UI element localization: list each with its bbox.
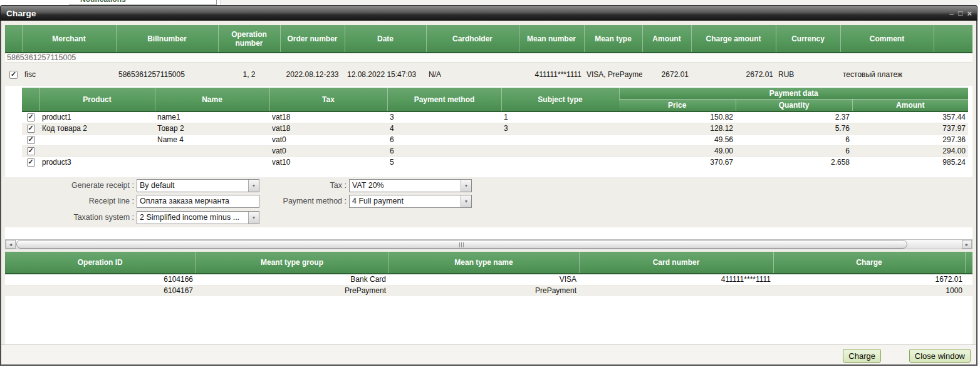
col-header-mean-type: Mean type (584, 25, 642, 53)
taxation-system-select[interactable]: 2 Simplified income minus ... ▼ (137, 211, 259, 224)
scrollbar-grip (459, 242, 465, 247)
operations-panel: Operation ID Meant type group Mean type … (5, 252, 972, 344)
cell-price: 49.56 (619, 134, 736, 145)
cell-mean-type-name: PrePayment (388, 285, 579, 296)
check-icon: ✓ (28, 125, 33, 132)
tax-label: Tax : (212, 179, 347, 192)
payment-method-value: 4 Full payment (350, 195, 461, 207)
cell-price: 150.82 (619, 111, 736, 123)
cell-operation-number: 1, 2 (218, 63, 280, 86)
product-checkbox[interactable]: ✓ (27, 125, 35, 133)
product-row[interactable]: ✓ Name 4 vat0 6 49.56 6 297.36 (22, 134, 968, 145)
charge-main-table: Merchant Billnumber Operation number Ord… (5, 25, 972, 86)
cell-product (39, 145, 155, 157)
product-row[interactable]: ✓ product3 vat10 5 370.67 2.658 985.24 (22, 157, 968, 168)
payment-method-select[interactable]: 4 Full payment ▼ (349, 195, 472, 208)
background-page: Notifications (0, 0, 980, 5)
detail-panel: Product Name Tax Payment method Subject … (5, 86, 972, 239)
col-header-product: Product (39, 88, 155, 111)
notifications-tab[interactable]: Notifications (80, 0, 126, 4)
chevron-down-icon[interactable]: ▼ (461, 180, 471, 192)
operation-row[interactable]: 6104167 PrePayment PrePayment 1000 (5, 285, 972, 296)
main-table-header-row: Merchant Billnumber Operation number Ord… (5, 25, 972, 53)
chevron-down-icon[interactable]: ▼ (461, 195, 471, 207)
chevron-down-icon[interactable]: ▼ (248, 212, 259, 224)
horizontal-scrollbar[interactable]: ◄ ► (5, 239, 972, 249)
col-header-select (5, 25, 22, 53)
col-header-mean-type-group: Meant type group (195, 252, 388, 274)
close-icon[interactable]: × (967, 9, 972, 18)
operation-row[interactable]: 6104166 Bank Card VISA 411111****1111 16… (5, 274, 972, 285)
cell-comment: тестовый платеж (840, 63, 934, 86)
col-header-payment-method: Payment method (387, 88, 501, 111)
cell-amount: 2672.01 (642, 63, 691, 86)
cell-subject-type (501, 134, 619, 145)
scroll-left-icon[interactable]: ◄ (6, 240, 16, 249)
cell-product (39, 134, 155, 145)
cell-charge-amount: 2672.01 (691, 63, 776, 86)
scroll-right-icon[interactable]: ► (962, 240, 972, 249)
cell-quantity: 6 (736, 145, 852, 157)
dialog-titlebar[interactable]: Charge – □ × (0, 5, 977, 21)
cell-tax: vat10 (269, 157, 387, 168)
col-header-quantity: Quantity (736, 100, 852, 112)
cell-subject-type: 1 (501, 111, 619, 123)
cell-payment-method: 3 (387, 111, 501, 123)
maximize-icon[interactable]: □ (958, 9, 962, 18)
background-divider (216, 0, 217, 5)
product-row[interactable]: ✓ product1 name1 vat18 3 1 150.82 2.37 3… (22, 111, 968, 123)
cell-price: 128.12 (619, 123, 736, 134)
cell-name: Товар 2 (155, 123, 269, 134)
product-checkbox[interactable]: ✓ (27, 113, 35, 121)
cell-currency: RUB (776, 63, 840, 86)
tax-select[interactable]: VAT 20% ▼ (349, 179, 472, 192)
product-checkbox[interactable]: ✓ (27, 136, 35, 144)
product-checkbox[interactable]: ✓ (27, 147, 35, 155)
check-icon: ✓ (28, 158, 33, 165)
col-header-empty (934, 25, 972, 53)
cell-quantity: 6 (736, 134, 852, 145)
cell-payment-method: 6 (387, 145, 501, 157)
receipt-form: Generate receipt : By default ▼ Tax : VA… (5, 177, 972, 227)
charge-row[interactable]: ✓ fisc 5865361257115005 1, 2 2022.08.12-… (5, 63, 972, 86)
cell-date: 12.08.2022 15:47:03 (345, 63, 426, 86)
scrollbar-thumb[interactable] (16, 240, 907, 249)
charge-dialog: Charge – □ × Merchant (0, 5, 977, 366)
cell-mean-type-group: Bank Card (195, 274, 388, 285)
cell-amount: 357.44 (852, 111, 968, 123)
cell-amount: 297.36 (852, 134, 968, 145)
cell-tax: vat18 (269, 111, 387, 123)
col-header-tax: Tax (269, 88, 387, 111)
col-header-amount2: Amount (852, 100, 968, 112)
cell-payment-method: 6 (387, 134, 501, 145)
cell-product: product3 (39, 157, 155, 168)
charge-row-checkbox[interactable]: ✓ (9, 71, 18, 79)
cell-quantity: 5.76 (736, 123, 852, 134)
close-window-button[interactable]: Close window (909, 349, 971, 363)
products-header-row-1: Product Name Tax Payment method Subject … (22, 88, 968, 100)
col-header-payment-data: Payment data (619, 88, 968, 100)
operations-table: Operation ID Meant type group Mean type … (5, 252, 972, 296)
cell-product: Код товара 2 (39, 123, 155, 134)
dialog-body: Merchant Billnumber Operation number Ord… (0, 21, 977, 366)
col-header-order-number: Order number (280, 25, 345, 53)
cell-payment-method: 5 (387, 157, 501, 168)
cell-merchant: fisc (22, 63, 116, 86)
col-header-cardholder: Cardholder (426, 25, 519, 53)
bill-group-row[interactable]: 5865361257115005 (5, 53, 972, 63)
check-icon: ✓ (28, 136, 33, 143)
product-checkbox[interactable]: ✓ (27, 158, 35, 167)
col-header-charge: Charge (773, 252, 965, 274)
cell-subject-type (501, 145, 619, 157)
product-row[interactable]: ✓ Код товара 2 Товар 2 vat18 4 3 128.12 … (22, 123, 968, 134)
charge-button[interactable]: Charge (843, 349, 881, 363)
col-header-comment: Comment (840, 25, 934, 53)
footer-bar: Charge Close window (1, 344, 976, 364)
col-header-mean-type-name: Mean type name (388, 252, 579, 274)
minimize-icon[interactable]: – (949, 9, 954, 18)
payment-method-label: Payment method : (212, 195, 347, 208)
cell-name (155, 145, 269, 157)
product-row[interactable]: ✓ vat0 6 49.00 6 294.00 (22, 145, 968, 157)
cell-tax: vat0 (269, 134, 387, 145)
col-header-name: Name (155, 88, 269, 111)
